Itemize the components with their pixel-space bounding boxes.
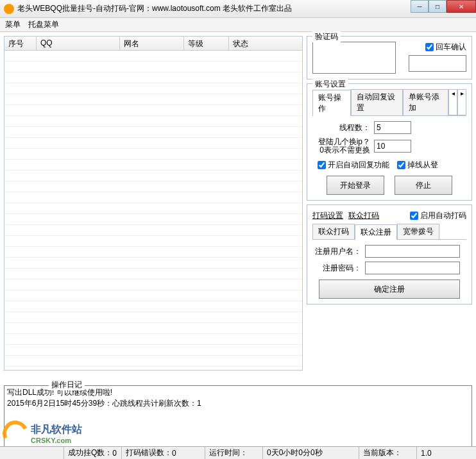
col-seq[interactable]: 序号 [4, 37, 37, 50]
confirm-register-button[interactable]: 确定注册 [319, 280, 460, 299]
reg-pass-label: 注册密码： [312, 263, 361, 274]
status-version-label: 当前版本： [359, 447, 417, 459]
dama-group: 打码设置 联众打码 启用自动打码 联众打码 联众注册 宽带拨号 注册用户名： 注… [307, 204, 472, 305]
status-runtime-label: 运行时间： [205, 447, 263, 459]
dama-tabs: 联众打码 联众注册 宽带拨号 [312, 224, 466, 240]
enter-confirm-checkbox[interactable]: 回车确认 [425, 42, 466, 53]
switchip-label: 登陆几个换ip？0表示不需更换 [312, 138, 370, 154]
captcha-input[interactable] [409, 55, 466, 72]
enable-dama-checkbox[interactable]: 启用自动打码 [410, 210, 466, 221]
captcha-group: 验证码 回车确认 [307, 36, 472, 79]
tab-kbbh[interactable]: 宽带拨号 [397, 224, 439, 239]
col-status[interactable]: 状态 [229, 37, 302, 50]
reg-user-label: 注册用户名： [312, 246, 361, 257]
account-settings-group: 账号设置 账号操作 自动回复设置 单账号添加 ◂▸ 线程数： 登陆几个换ip？0… [307, 83, 472, 201]
log-legend: 操作日记 [49, 380, 85, 390]
tab-lzdm[interactable]: 联众打码 [312, 224, 355, 239]
window-title: 老头WEBQQ批量挂号-自动打码-官网：www.laotousoft.com 老… [17, 3, 476, 14]
statusbar: 成功挂Q数：0 打码错误数：0 运行时间： 0天0小时0分0秒 当前版本： 1.… [0, 446, 476, 459]
col-nick[interactable]: 网名 [120, 37, 184, 50]
app-icon [4, 4, 14, 14]
stop-button[interactable]: 停止 [395, 176, 452, 195]
log-area: 操作日记 写出DLL成功! 可以继续使用啦! 2015年6月2日15时45分39… [4, 374, 472, 447]
tab-auto-reply[interactable]: 自动回复设置 [351, 89, 403, 115]
tab-add-single[interactable]: 单账号添加 [403, 89, 448, 115]
dama-hdr2: 联众打码 [348, 210, 379, 221]
relogin-checkbox[interactable]: 掉线从登 [397, 160, 438, 171]
account-table: 序号 QQ 网名 等级 状态 [4, 36, 303, 371]
menubar: 菜单 托盘菜单 [0, 18, 476, 32]
tab-prev-icon[interactable]: ◂ [448, 89, 457, 115]
reg-user-input[interactable] [365, 245, 460, 258]
captcha-image [312, 42, 396, 74]
captcha-legend: 验证码 [312, 31, 341, 42]
account-tabs: 账号操作 自动回复设置 单账号添加 ◂▸ [312, 89, 466, 116]
status-err: 打码错误数：0 [122, 447, 205, 459]
status-runtime-value: 0天0小时0分0秒 [263, 447, 359, 459]
minimize-button[interactable]: ─ [411, 0, 429, 13]
account-legend: 账号设置 [312, 79, 348, 90]
autoreply-checkbox[interactable]: 开启自动回复功能 [318, 160, 389, 171]
dama-hdr1: 打码设置 [312, 210, 343, 221]
threads-input[interactable] [374, 121, 411, 134]
titlebar: 老头WEBQQ批量挂号-自动打码-官网：www.laotousoft.com 老… [0, 0, 476, 18]
threads-label: 线程数： [312, 122, 370, 133]
menu-tray[interactable]: 托盘菜单 [28, 19, 59, 30]
maximize-button[interactable]: □ [429, 0, 446, 13]
close-button[interactable]: ✕ [446, 0, 476, 13]
status-blank [0, 447, 64, 459]
reg-pass-input[interactable] [365, 262, 460, 274]
status-version-value: 1.0 [417, 447, 476, 459]
table-body[interactable] [4, 51, 302, 370]
col-qq[interactable]: QQ [37, 37, 120, 50]
switchip-input[interactable] [374, 140, 411, 153]
tab-account-ops[interactable]: 账号操作 [312, 90, 351, 116]
start-login-button[interactable]: 开始登录 [327, 176, 384, 195]
col-level[interactable]: 等级 [184, 37, 229, 50]
status-online: 成功挂Q数：0 [64, 447, 122, 459]
log-textbox[interactable]: 写出DLL成功! 可以继续使用啦! 2015年6月2日15时45分39秒：心跳线… [4, 385, 472, 447]
tab-lzreg[interactable]: 联众注册 [355, 224, 397, 240]
tab-next-icon[interactable]: ▸ [457, 89, 466, 115]
table-header: 序号 QQ 网名 等级 状态 [4, 37, 302, 51]
menu-main[interactable]: 菜单 [5, 19, 21, 30]
